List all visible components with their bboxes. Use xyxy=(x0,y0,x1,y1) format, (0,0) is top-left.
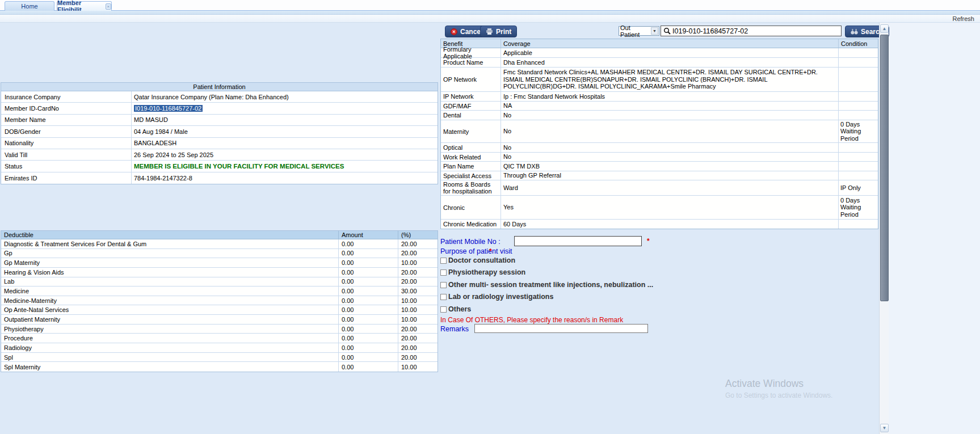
top-toolbar: Refresh xyxy=(0,15,980,23)
purpose-option[interactable]: Physiotherapy session xyxy=(440,268,525,276)
benefit-condition xyxy=(839,92,878,101)
benefit-coverage: QIC TM DXB xyxy=(501,162,839,171)
deductible-amount: 0.00 xyxy=(339,286,398,296)
patient-mobile-input[interactable] xyxy=(514,236,642,246)
scroll-down-icon[interactable]: ▼ xyxy=(880,424,889,432)
purpose-option[interactable]: Lab or radiology investigations xyxy=(440,293,553,301)
patient-info-row: Member ID-CardNoI019-010-116845727-02 xyxy=(1,103,438,114)
deductible-percent: 10.00 xyxy=(398,362,438,372)
benefit-condition xyxy=(839,153,878,161)
benefit-row: DentalNo xyxy=(441,111,878,120)
benefit-coverage: No xyxy=(501,143,839,152)
print-button[interactable]: Print xyxy=(480,26,517,37)
member-id-selected-text: I019-010-116845727-02 xyxy=(134,105,203,112)
benefit-header-coverage: Coverage xyxy=(501,39,839,48)
cancel-button-label: Cancel xyxy=(460,28,482,36)
visit-type-value: Out Patient xyxy=(620,24,651,38)
required-asterisk: * xyxy=(647,237,650,245)
visit-type-select[interactable]: Out Patient ▼ xyxy=(619,26,659,36)
tab-bar: Home Member Eligibilit × xyxy=(0,0,980,11)
deductible-amount: 0.00 xyxy=(339,268,398,277)
deductible-name: Spl xyxy=(1,353,339,362)
deductible-amount: 0.00 xyxy=(339,305,398,314)
deductible-amount: 0.00 xyxy=(339,249,398,258)
benefit-condition: 0 Days Waiting Period xyxy=(839,120,878,142)
deductible-row: Spl0.0020.00 xyxy=(1,353,438,363)
scrollbar-thumb[interactable] xyxy=(880,35,889,301)
benefit-rows: Formulary ApplicableApplicableProduct Na… xyxy=(441,48,878,229)
vertical-scrollbar[interactable]: ▲ ▼ xyxy=(879,23,889,434)
patient-info-rows: Insurance CompanyQatar Insurance Company… xyxy=(1,91,438,184)
deductible-name: Outpatient Maternity xyxy=(1,315,339,324)
checkbox-label: Physiotherapy session xyxy=(448,268,525,276)
benefit-name: Optical xyxy=(441,143,501,152)
deductible-amount: 0.00 xyxy=(339,334,398,343)
patient-info-row: Valid Till26 Sep 2024 to 25 Sep 2025 xyxy=(1,149,438,161)
checkbox-label: Lab or radiology investigations xyxy=(448,293,553,301)
deductible-rows: Diagnostic & Treatment Services For Dent… xyxy=(1,239,438,372)
tab-home-label: Home xyxy=(21,3,37,10)
checkbox[interactable] xyxy=(440,269,447,276)
deductible-name: Diagnostic & Treatment Services For Dent… xyxy=(1,239,339,248)
purpose-option[interactable]: Other multi- session treatment like inje… xyxy=(440,281,653,289)
benefit-coverage: No xyxy=(501,120,839,142)
benefit-row: Rooms & Boards for hospitalisationWardIP… xyxy=(441,180,878,196)
right-margin xyxy=(889,23,980,434)
benefit-coverage: Fmc Standard Network Clinics+AL MASHAHER… xyxy=(501,68,839,91)
deductible-percent: 20.00 xyxy=(398,239,438,248)
benefit-name: Plan Name xyxy=(441,162,501,171)
tab-strip-divider xyxy=(0,11,980,15)
scroll-up-icon[interactable]: ▲ xyxy=(880,24,889,33)
deductible-header-row: Deductible Amount (%) xyxy=(1,231,438,239)
deductible-percent: 10.00 xyxy=(398,305,438,314)
patient-info-row: Member NameMD MASUD xyxy=(1,115,438,126)
tab-home[interactable]: Home xyxy=(5,1,54,11)
checkbox[interactable] xyxy=(440,282,447,288)
benefit-name: Chronic Medication xyxy=(441,220,501,229)
patient-information-title: Patient Information xyxy=(1,83,438,91)
tab-member-eligibility[interactable]: Member Eligibilit × xyxy=(57,1,112,11)
benefit-condition xyxy=(839,143,878,152)
field-value: 04 Aug 1984 / Male xyxy=(132,126,438,137)
activate-windows-watermark: Activate Windows xyxy=(725,378,804,390)
purpose-option[interactable]: Doctor consultation xyxy=(440,256,515,264)
benefit-table: Benefit Coverage Condition Formulary App… xyxy=(440,39,878,229)
deductible-percent: 10.00 xyxy=(398,315,438,324)
deductible-table: Deductible Amount (%) Diagnostic & Treat… xyxy=(1,230,438,372)
benefit-row: MaternityNo0 Days Waiting Period xyxy=(441,120,878,143)
benefit-condition xyxy=(839,48,878,57)
benefit-name: IP Network xyxy=(441,92,501,101)
deductible-header-amount: Amount xyxy=(339,231,398,239)
patient-info-row: NationalityBANGLADESH xyxy=(1,138,438,149)
benefit-name: Work Related xyxy=(441,153,501,161)
benefit-condition xyxy=(839,68,878,91)
patient-info-row: Emirates ID784-1984-2147322-8 xyxy=(1,172,438,184)
required-asterisk: * xyxy=(489,247,492,255)
field-value-text: 04 Aug 1984 / Male xyxy=(134,128,188,135)
remarks-input[interactable] xyxy=(474,324,648,333)
checkbox[interactable] xyxy=(440,306,447,313)
benefit-condition xyxy=(839,171,878,180)
benefit-row: Product NameDha Enhanced xyxy=(441,58,878,68)
activate-windows-watermark-line2: Go to Settings to activate Windows. xyxy=(725,391,832,399)
deductible-amount: 0.00 xyxy=(339,343,398,352)
checkbox-label: Doctor consultation xyxy=(448,256,515,264)
refresh-link[interactable]: Refresh xyxy=(952,15,974,22)
field-label: Member Name xyxy=(1,115,132,125)
benefit-name: OP Network xyxy=(441,68,501,91)
purpose-option[interactable]: Others xyxy=(440,305,471,313)
deductible-name: Gp Maternity xyxy=(1,258,339,267)
benefit-row: OpticalNo xyxy=(441,143,878,153)
deductible-name: Hearing & Vision Aids xyxy=(1,268,339,277)
deductible-amount: 0.00 xyxy=(339,362,398,372)
printer-icon xyxy=(486,28,493,35)
checkbox[interactable] xyxy=(440,258,447,264)
deductible-name: Procedure xyxy=(1,334,339,343)
deductible-amount: 0.00 xyxy=(339,239,398,248)
field-label: Emirates ID xyxy=(1,172,132,184)
tab-close-icon[interactable]: × xyxy=(106,3,111,10)
checkbox-label: Other multi- session treatment like inje… xyxy=(448,281,653,289)
benefit-condition: IP Only xyxy=(839,180,878,195)
member-search-input[interactable]: I019-010-116845727-02 xyxy=(661,26,842,36)
checkbox[interactable] xyxy=(440,294,447,300)
